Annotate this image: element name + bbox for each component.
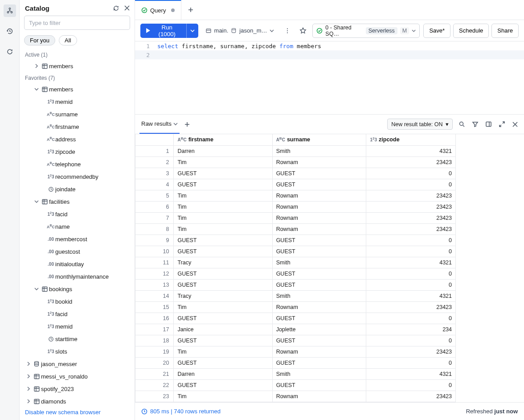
schema-icon[interactable] — [4, 4, 16, 17]
expand-icon[interactable] — [497, 120, 506, 129]
table-row[interactable]: 8TimRownam23423 — [135, 223, 456, 235]
tree-column[interactable]: 123memid — [20, 95, 135, 108]
refreshed-text: Refreshed just now — [466, 408, 518, 415]
tree-column[interactable]: starttime — [20, 333, 135, 345]
save-button[interactable]: Save* — [423, 24, 450, 38]
table-row[interactable]: 6TimRownam23423 — [135, 201, 456, 212]
filter-input[interactable] — [24, 16, 130, 30]
catalog-panel: Catalog For you All Active (1) membersFa… — [20, 0, 135, 420]
panel-icon[interactable] — [484, 120, 493, 129]
pill-all[interactable]: All — [59, 35, 77, 45]
tree-column[interactable]: ABCaddress — [20, 133, 135, 145]
catalog-close-icon[interactable] — [124, 5, 130, 12]
results-add-button[interactable] — [184, 121, 190, 128]
tree-column[interactable]: .00monthlymaintenance — [20, 270, 135, 283]
column-header[interactable]: ABCfirstname — [174, 134, 272, 145]
tree-item[interactable]: members — [20, 83, 135, 95]
catalog-icon — [205, 28, 212, 34]
results-tab[interactable]: Raw results — [139, 115, 180, 134]
table-row[interactable]: 22GUESTGUEST0 — [135, 379, 456, 391]
filter-icon[interactable] — [471, 120, 479, 129]
tree-column[interactable]: 123bookid — [20, 295, 135, 308]
tree-column[interactable]: ABCfirstname — [20, 120, 135, 133]
tree-column[interactable]: .00guestcost — [20, 245, 135, 258]
type-icon: 123 — [46, 99, 55, 104]
catalog-title: Catalog — [25, 4, 49, 12]
run-button[interactable]: Run (1000) — [140, 24, 198, 38]
table-row[interactable]: 3GUESTGUEST0 — [135, 168, 456, 179]
tree-item[interactable]: members — [20, 60, 135, 72]
table-row[interactable]: 23TimRownam23423 — [135, 391, 456, 402]
tree-column[interactable]: ABCtelephone — [20, 158, 135, 170]
run-split-button[interactable] — [186, 24, 198, 38]
tree-item[interactable]: facilities — [20, 195, 135, 208]
tree-column[interactable]: 123facid — [20, 308, 135, 320]
table-row[interactable]: 1DarrenSmith4321 — [135, 145, 456, 156]
table-row[interactable]: 10GUESTGUEST0 — [135, 246, 456, 257]
table-row[interactable]: 5TimRownam23423 — [135, 190, 456, 201]
tree-column[interactable]: ABCname — [20, 220, 135, 233]
sql-editor[interactable]: 1select firstname, surname, zipcode from… — [135, 41, 524, 115]
table-row[interactable]: 15TimRownam23423 — [135, 301, 456, 313]
share-button[interactable]: Share — [491, 24, 519, 38]
column-header[interactable]: 123zipcode — [366, 134, 456, 145]
table-icon — [32, 398, 41, 405]
history-icon[interactable] — [4, 25, 16, 37]
star-icon[interactable] — [297, 25, 309, 37]
tree-column[interactable]: 123slots — [20, 345, 135, 358]
search-icon[interactable] — [457, 120, 466, 129]
status-ok-icon — [316, 28, 323, 34]
run-button-label: Run (1000) — [153, 24, 181, 37]
main-area: Query Run (1000) main. — [135, 0, 524, 420]
table-row[interactable]: 11TracySmith4321 — [135, 257, 456, 268]
tab-query[interactable]: Query — [135, 0, 181, 20]
close-results-icon[interactable] — [511, 120, 520, 129]
tab-add-button[interactable] — [181, 0, 200, 20]
favorites-section-label: Favorites (7) — [20, 72, 135, 83]
tree-column[interactable]: ABCsurname — [20, 108, 135, 120]
table-row[interactable]: 18GUESTGUEST0 — [135, 335, 456, 346]
table-row[interactable]: 7TimRownam23423 — [135, 212, 456, 223]
results-table-wrap[interactable]: ABCfirstnameABCsurname123zipcode1DarrenS… — [135, 134, 524, 402]
tree-item[interactable]: diamonds — [20, 395, 135, 404]
tree-column[interactable]: 123recommendedby — [20, 170, 135, 183]
refresh-icon[interactable] — [4, 45, 16, 58]
tree-item[interactable]: jason_messer — [20, 358, 135, 370]
tree-column[interactable]: .00initialoutlay — [20, 258, 135, 270]
table-icon — [40, 63, 49, 70]
table-row[interactable]: 9GUESTGUEST0 — [135, 235, 456, 246]
column-header[interactable]: ABCsurname — [272, 134, 366, 145]
table-row[interactable]: 14TracySmith4321 — [135, 290, 456, 301]
schema-selector[interactable]: main. jason_m… — [202, 25, 278, 36]
tree-column[interactable]: joindate — [20, 183, 135, 195]
type-icon: ABC — [46, 136, 55, 142]
type-icon: 123 — [46, 174, 55, 179]
schedule-button[interactable]: Schedule — [453, 24, 489, 38]
table-row[interactable]: 19TimRownam23423 — [135, 346, 456, 357]
tree-column[interactable]: .00membercost — [20, 233, 135, 245]
tree-column[interactable]: 123memid — [20, 320, 135, 333]
catalog-refresh-icon[interactable] — [113, 5, 119, 12]
table-row[interactable]: 12GUESTGUEST0 — [135, 268, 456, 279]
table-row[interactable]: 16GUESTGUEST0 — [135, 313, 456, 324]
resource-selector[interactable]: 0 - Shared SQ… Serverless M — [312, 24, 420, 38]
svg-rect-3 — [42, 64, 47, 68]
disable-schema-link[interactable]: Disable new schema browser — [25, 409, 101, 416]
pill-for-you[interactable]: For you — [24, 35, 55, 45]
table-row[interactable]: 20GUESTGUEST0 — [135, 357, 456, 368]
table-row[interactable]: 21DarrenSmith4321 — [135, 368, 456, 379]
kebab-menu-icon[interactable] — [281, 25, 293, 37]
table-row[interactable]: 17JaniceJoplette234 — [135, 324, 456, 335]
table-row[interactable]: 2TimRownam23423 — [135, 156, 456, 168]
type-icon: .00 — [46, 249, 55, 254]
database-icon — [32, 361, 41, 367]
svg-point-9 — [35, 362, 39, 363]
tree-column[interactable]: 123zipcode — [20, 145, 135, 158]
results-mode-selector[interactable]: New result table: ON ▾ — [387, 119, 453, 130]
tree-column[interactable]: 123facid — [20, 208, 135, 220]
tree-item[interactable]: messi_vs_ronaldo — [20, 370, 135, 383]
tree-item[interactable]: spotify_2023 — [20, 383, 135, 395]
tree-item[interactable]: bookings — [20, 283, 135, 295]
table-row[interactable]: 4GUESTGUEST0 — [135, 179, 456, 190]
table-row[interactable]: 13GUESTGUEST0 — [135, 279, 456, 290]
